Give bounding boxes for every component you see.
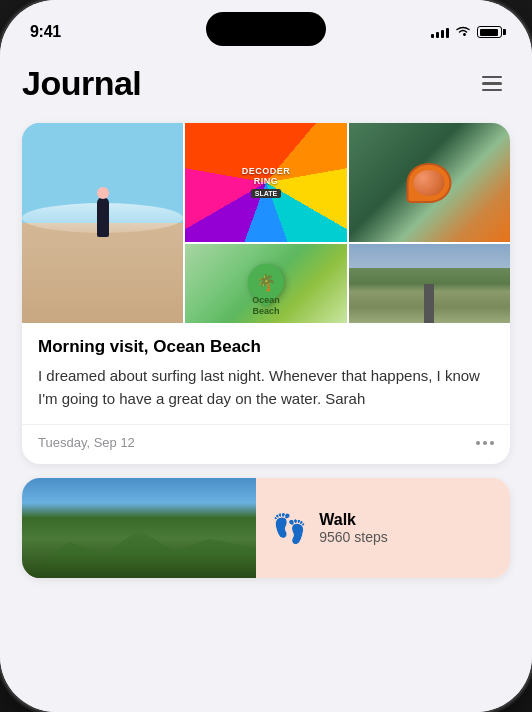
menu-button[interactable] [474,66,510,102]
signal-bar-4 [446,28,449,38]
phone-frame: 9:41 [0,0,532,712]
photo-grid: DECODERRING SLATE OceanBeach [22,123,510,323]
card-date: Tuesday, Sep 12 [38,435,135,450]
person-silhouette [97,197,109,237]
mountain-silhouette [22,518,256,578]
dynamic-island [206,12,326,46]
beach-photo [22,123,183,323]
card-title: Morning visit, Ocean Beach [38,337,494,357]
dot-2 [483,441,487,445]
status-time: 9:41 [30,23,61,41]
card-body: I dreamed about surfing last night. When… [38,365,494,410]
walk-text: Walk 9560 steps [319,511,388,545]
app-content: Journal [0,50,532,712]
walk-steps: 9560 steps [319,529,388,545]
dot-3 [490,441,494,445]
battery-icon [477,26,502,38]
battery-fill [480,29,498,36]
journal-entry-card[interactable]: DECODERRING SLATE OceanBeach [22,123,510,464]
menu-line-1 [482,76,502,79]
podcast-title: DECODERRING [242,167,291,187]
status-icons [431,25,502,40]
card-text-content: Morning visit, Ocean Beach I dreamed abo… [22,323,510,410]
signal-bar-2 [436,32,439,38]
signal-bar-1 [431,34,434,38]
road-photo [349,244,510,323]
beach-scene [22,123,183,323]
walk-photo [22,478,256,578]
shell-photo [349,123,510,242]
map-tile: OceanBeach [185,244,346,323]
footsteps-icon: 👣 [272,512,307,545]
card-footer: Tuesday, Sep 12 [22,424,510,464]
walk-label: Walk [319,511,388,529]
walk-activity-card[interactable]: 👣 Walk 9560 steps [22,478,510,578]
phone-screen: 9:41 [0,0,532,712]
walk-info: 👣 Walk 9560 steps [256,478,510,578]
map-location-label: OceanBeach [185,295,346,317]
app-header: Journal [22,64,510,103]
signal-bars-icon [431,26,449,38]
road-line [424,284,434,323]
app-title: Journal [22,64,141,103]
menu-line-2 [482,82,502,85]
dot-1 [476,441,480,445]
podcast-network: SLATE [251,189,281,198]
more-options-button[interactable] [476,441,494,445]
menu-line-3 [482,89,502,92]
shell-shape [407,163,452,203]
signal-bar-3 [441,30,444,38]
status-bar: 9:41 [0,0,532,50]
podcast-cover: DECODERRING SLATE [185,123,346,242]
wifi-icon [455,25,471,40]
